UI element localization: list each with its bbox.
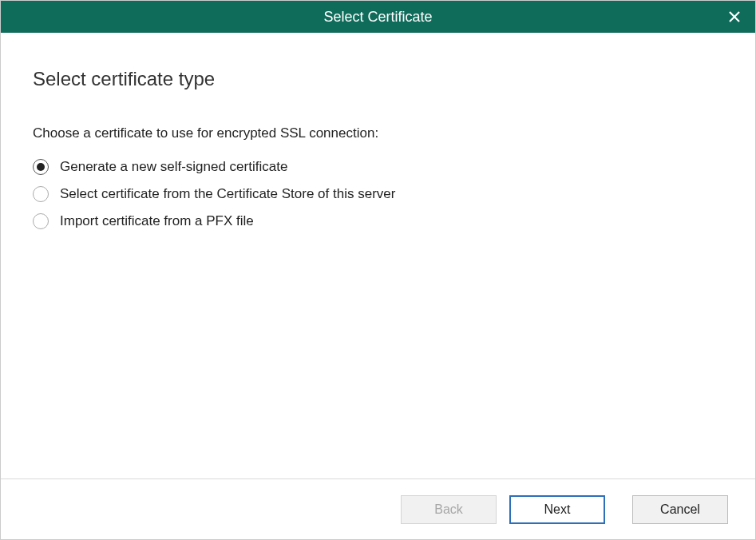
certificate-type-radio-group: Generate a new self-signed certificate S… xyxy=(33,159,723,229)
radio-option-select-from-store[interactable]: Select certificate from the Certificate … xyxy=(33,186,723,202)
content-area: Select certificate type Choose a certifi… xyxy=(1,33,755,478)
window-title: Select Certificate xyxy=(323,9,432,26)
close-icon xyxy=(728,10,741,23)
instruction-text: Choose a certificate to use for encrypte… xyxy=(33,125,723,141)
radio-label: Generate a new self-signed certificate xyxy=(60,159,287,175)
radio-label: Select certificate from the Certificate … xyxy=(60,186,395,202)
back-button: Back xyxy=(401,495,497,524)
next-button[interactable]: Next xyxy=(509,495,605,524)
radio-option-import-pfx[interactable]: Import certificate from a PFX file xyxy=(33,213,723,229)
radio-icon xyxy=(33,213,49,229)
radio-icon xyxy=(33,159,49,175)
footer: Back Next Cancel xyxy=(1,478,755,539)
close-button[interactable] xyxy=(723,6,746,28)
radio-option-generate-self-signed[interactable]: Generate a new self-signed certificate xyxy=(33,159,723,175)
radio-icon xyxy=(33,186,49,202)
page-heading: Select certificate type xyxy=(33,68,723,90)
radio-label: Import certificate from a PFX file xyxy=(60,213,254,229)
titlebar: Select Certificate xyxy=(1,1,755,33)
dialog: Select Certificate Select certificate ty… xyxy=(1,1,755,539)
cancel-button[interactable]: Cancel xyxy=(632,495,728,524)
